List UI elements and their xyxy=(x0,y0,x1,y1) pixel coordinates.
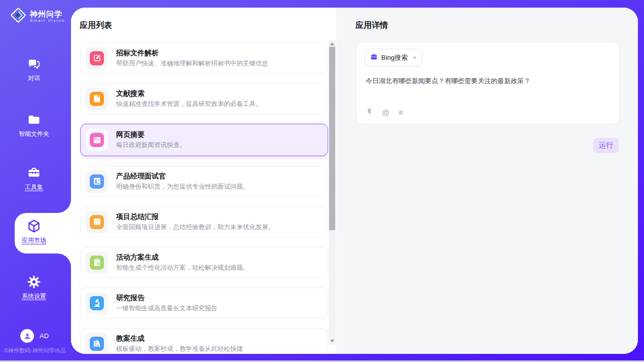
app-card[interactable]: 项目总结汇报 全面回顾项目进展，总结经验教训，助力未来优化发展。 xyxy=(80,206,328,237)
scroll-up-icon[interactable] xyxy=(330,43,334,45)
app-name: 项目总结汇报 xyxy=(116,212,275,222)
app-icon-container xyxy=(86,88,108,110)
close-icon[interactable]: × xyxy=(413,54,417,61)
cube-icon xyxy=(4,219,64,234)
sidebar-item-label: 工具集 xyxy=(0,183,68,192)
list-scrollbar[interactable] xyxy=(329,40,336,345)
sidebar: 神州问学 Smart Vision 对话 智能文件夹 xyxy=(0,0,71,362)
brand-subtitle: Smart Vision xyxy=(30,18,65,23)
svg-text:</>: </> xyxy=(94,139,100,142)
brand-logo: 神州问学 Smart Vision xyxy=(10,7,65,26)
scrollbar-thumb[interactable] xyxy=(329,47,335,230)
app-icon-container xyxy=(86,251,108,274)
gem-logo-icon xyxy=(10,7,27,26)
prompt-input[interactable]: 今日湖北有哪些新闻要点？有哪些需要关注的最新政策？ xyxy=(366,77,610,86)
app-detail-title: 应用详情 xyxy=(355,20,388,31)
app-name: 研究报告 xyxy=(116,294,218,303)
app-card[interactable]: 招标文件解析 帮助用户快速、准确地理解和解析招标书中的关键信息 xyxy=(80,43,328,74)
copyright-text: ©神州数码·神州问学出品 xyxy=(4,347,66,354)
app-card[interactable]: 文献搜索 快速精准查找学术资源，提高研究效率的必备工具。 xyxy=(80,83,328,114)
run-button[interactable]: 运行 xyxy=(593,138,619,153)
app-icon-container xyxy=(86,333,108,354)
brand-name: 神州问学 xyxy=(30,10,65,18)
resume-icon xyxy=(90,174,104,189)
hash-icon[interactable]: # xyxy=(399,108,403,117)
attachment-toolbar: @ # xyxy=(366,107,403,118)
app-description: 明确身份和职责，为您提供专业性的面试问题。 xyxy=(116,183,249,191)
sidebar-item-label: 应用市场 xyxy=(4,236,64,245)
sidebar-item-label: 对话 xyxy=(0,74,68,83)
app-card[interactable]: </> 网页摘要 每日政府新闻资讯快查。 xyxy=(80,124,328,156)
app-list-title: 应用列表 xyxy=(80,20,112,31)
app-icon-container xyxy=(86,292,108,314)
user-account[interactable]: AD xyxy=(20,329,49,343)
tool-chip-label: Bing搜索 xyxy=(381,53,408,62)
avatar xyxy=(20,329,34,343)
app-card[interactable]: 教案生成 模板驱动，教案秒成，教学准备从此轻松快捷 xyxy=(80,328,328,353)
app-card[interactable]: 活动方案生成 智能生成个性化活动方案，轻松解决规划难题。 xyxy=(80,247,328,278)
sidebar-item-toolset[interactable]: 工具集 xyxy=(0,166,68,192)
app-name: 产品经理面试官 xyxy=(116,172,249,181)
app-detail-panel: 应用详情 Bing搜索 × 今日湖北有哪些新闻要点？有哪些需要关注的最新政策？ xyxy=(336,8,638,354)
chat-icon xyxy=(0,57,68,71)
app-card[interactable]: 产品经理面试官 明确身份和职责，为您提供专业性的面试问题。 xyxy=(80,166,328,197)
clipboard-check-icon xyxy=(90,256,104,270)
sidebar-item-app-market[interactable]: 应用市场 xyxy=(4,219,64,245)
prompt-card: Bing搜索 × 今日湖北有哪些新闻要点？有哪些需要关注的最新政策？ @ # xyxy=(356,42,620,124)
app-description: 全面回顾项目进展，总结经验教训，助力未来优化发展。 xyxy=(116,223,275,232)
browser-code-icon: </> xyxy=(90,133,104,147)
app-icon-container xyxy=(86,211,108,233)
note-icon xyxy=(90,215,104,229)
app-description: 帮助用户快速、准确地理解和解析招标书中的关键信息 xyxy=(116,59,268,68)
app-name: 活动方案生成 xyxy=(116,253,249,262)
app-description: 一键智能生成高质量长文本研究报告 xyxy=(116,304,218,313)
scroll-down-icon[interactable] xyxy=(330,340,334,342)
app-icon-container xyxy=(86,170,108,193)
sidebar-item-chat[interactable]: 对话 xyxy=(0,57,68,83)
sidebar-item-settings[interactable]: 系统设置 xyxy=(0,275,68,301)
sidebar-item-smart-folder[interactable]: 智能文件夹 xyxy=(0,113,68,138)
sidebar-item-label: 系统设置 xyxy=(0,292,68,301)
briefcase-icon xyxy=(370,53,378,62)
app-description: 模板驱动，教案秒成，教学准备从此轻松快捷 xyxy=(116,345,243,353)
edit-doc-icon xyxy=(90,51,104,65)
app-description: 快速精准查找学术资源，提高研究效率的必备工具。 xyxy=(116,100,262,108)
app-name: 招标文件解析 xyxy=(116,49,268,58)
book-icon xyxy=(90,92,104,106)
books-icon xyxy=(90,337,104,351)
app-name: 网页摘要 xyxy=(116,130,186,139)
app-description: 智能生成个性化活动方案，轻松解决规划难题。 xyxy=(116,264,249,272)
toolbox-icon xyxy=(0,166,68,180)
microscope-icon xyxy=(90,296,104,310)
app-list: 招标文件解析 帮助用户快速、准确地理解和解析招标书中的关键信息 文献搜索 快速精… xyxy=(80,43,328,353)
gear-icon xyxy=(0,275,68,289)
app-list-panel: 应用列表 招标文件解析 帮助用户快速、准确地理解和解析招标书中的关键信息 文献搜… xyxy=(71,8,336,354)
main-panel: 应用列表 招标文件解析 帮助用户快速、准确地理解和解析招标书中的关键信息 文献搜… xyxy=(71,8,638,354)
app-card[interactable]: 研究报告 一键智能生成高质量长文本研究报告 xyxy=(80,287,328,318)
app-name: 文献搜索 xyxy=(116,89,262,98)
app-icon-container: </> xyxy=(86,129,108,151)
sidebar-item-label: 智能文件夹 xyxy=(0,130,68,138)
at-icon[interactable]: @ xyxy=(382,108,389,117)
folder-icon xyxy=(0,113,68,127)
app-description: 每日政府新闻资讯快查。 xyxy=(116,141,186,150)
app-name: 教案生成 xyxy=(116,334,243,343)
tool-chip-bing-search[interactable]: Bing搜索 × xyxy=(365,49,422,66)
user-name: AD xyxy=(40,332,49,340)
paperclip-icon[interactable] xyxy=(366,107,373,118)
app-icon-container xyxy=(86,47,108,69)
